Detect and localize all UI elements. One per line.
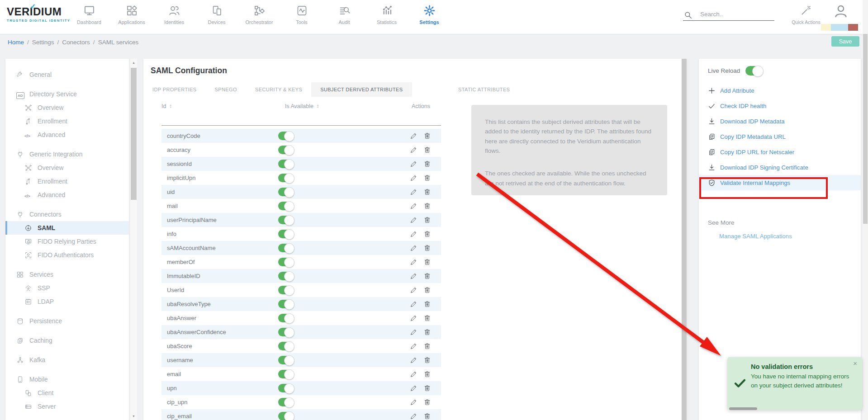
veridium-logo[interactable]: VERIDIUM ✓ TRUSTED DIGITAL IDENTITY [7,5,75,23]
delete-icon[interactable] [423,160,431,168]
delete-icon[interactable] [423,370,431,378]
breadcrumb-item-settings[interactable]: Settings [32,39,54,46]
is-available-toggle[interactable] [278,314,294,322]
scroll-up-icon[interactable]: ▲ [130,61,137,64]
live-reload-toggle[interactable] [745,66,763,76]
delete-icon[interactable] [423,216,431,224]
sidebar-item-server[interactable]: Server [5,400,129,413]
sidebar-item-fido-relying-parties[interactable]: FIDO Relying Parties [5,235,129,248]
edit-icon[interactable] [410,258,417,266]
is-available-toggle[interactable] [278,132,294,140]
sidebar-item-kafka[interactable]: Kafka [5,353,129,367]
is-available-toggle[interactable] [278,216,294,224]
sidebar-item-overview[interactable]: Overview [5,161,129,175]
user-avatar-icon[interactable] [833,4,849,19]
edit-icon[interactable] [410,272,417,280]
is-available-toggle[interactable] [278,244,294,252]
action-validate-internal-mappings[interactable]: Validate Internal Mappings [699,175,861,190]
column-header-is-available[interactable]: Is Available▲▼ [285,103,319,109]
is-available-toggle[interactable] [278,398,294,406]
delete-icon[interactable] [423,384,431,392]
edit-icon[interactable] [410,356,417,364]
nav-item-audit[interactable]: Audit [323,3,365,25]
scrollbar-thumb[interactable] [863,34,868,224]
nav-item-settings[interactable]: Settings [408,3,451,25]
is-available-toggle[interactable] [278,160,294,168]
nav-item-tools[interactable]: Tools [280,3,323,25]
is-available-toggle[interactable] [278,272,294,280]
action-copy-idp-metadata-url[interactable]: Copy IDP Metadata URL [699,129,861,144]
scrollbar-thumb[interactable] [131,68,137,200]
sidebar-item-ldap[interactable]: LDAP [5,295,129,308]
delete-icon[interactable] [423,328,431,336]
sidebar-item-advanced[interactable]: </>Advanced [5,188,129,202]
is-available-toggle[interactable] [278,342,294,350]
is-available-toggle[interactable] [278,300,294,308]
delete-icon[interactable] [423,146,431,154]
edit-icon[interactable] [410,146,417,154]
delete-icon[interactable] [423,300,431,308]
sidebar-item-mobile[interactable]: Mobile [5,373,129,386]
sidebar-scrollbar[interactable]: ▲ ▼ [130,59,137,420]
delete-icon[interactable] [423,188,431,196]
delete-icon[interactable] [423,412,431,420]
action-download-idp-metadata[interactable]: Download IDP Metadata [699,113,861,129]
delete-icon[interactable] [423,398,431,406]
edit-icon[interactable] [410,202,417,210]
tab-subject-derived-attributes[interactable]: SUBJECT DERIVED ATTRIBUTES [311,82,412,97]
delete-icon[interactable] [423,132,431,140]
edit-icon[interactable] [410,398,417,406]
nav-item-orchestrator[interactable]: Orchestrator [238,3,280,25]
tab-static-attributes[interactable]: STATIC ATTRIBUTES [449,82,519,97]
sidebar-item-overview[interactable]: Overview [5,101,129,114]
nav-item-identities[interactable]: Identities [153,3,195,25]
sidebar-item-generic-integration[interactable]: Generic Integration [5,147,129,161]
manage-saml-applications-link[interactable]: Manage SAML Applications [719,233,792,240]
toast-close-icon[interactable]: × [853,359,857,367]
sidebar-item-client[interactable]: Client [5,386,129,400]
action-copy-idp-url-for-netscaler[interactable]: Copy IDP URL for Netscaler [699,144,861,160]
breadcrumb-item-home[interactable]: Home [8,39,24,46]
is-available-toggle[interactable] [278,146,294,154]
is-available-toggle[interactable] [278,202,294,210]
edit-icon[interactable] [410,174,417,182]
edit-icon[interactable] [410,216,417,224]
is-available-toggle[interactable] [278,384,294,392]
is-available-toggle[interactable] [278,188,294,196]
delete-icon[interactable] [423,342,431,350]
is-available-toggle[interactable] [278,230,294,238]
search-input[interactable] [683,10,774,21]
sidebar-item-caching[interactable]: Caching [5,334,129,347]
delete-icon[interactable] [423,202,431,210]
edit-icon[interactable] [410,300,417,308]
edit-icon[interactable] [410,384,417,392]
edit-icon[interactable] [410,230,417,238]
sidebar-item-enrollment[interactable]: Enrollment [5,114,129,128]
sidebar-item-directory-service[interactable]: ADDirectory Service [5,87,129,101]
edit-icon[interactable] [410,314,417,322]
is-available-toggle[interactable] [278,328,294,336]
is-available-toggle[interactable] [278,412,294,420]
edit-icon[interactable] [410,286,417,294]
delete-icon[interactable] [423,286,431,294]
edit-icon[interactable] [410,160,417,168]
save-button[interactable]: Save [831,36,859,47]
nav-item-dashboard[interactable]: Dashboard [68,3,110,25]
tab-security-keys[interactable]: SECURITY & KEYS [246,82,311,97]
delete-icon[interactable] [423,244,431,252]
nav-item-statistics[interactable]: Statistics [365,3,408,25]
delete-icon[interactable] [423,314,431,322]
delete-icon[interactable] [423,272,431,280]
page-scrollbar[interactable] [863,0,868,420]
breadcrumb-item-conectors[interactable]: Conectors [62,39,90,46]
action-add-attribute[interactable]: Add Attribute [699,83,861,98]
action-check-idp-health[interactable]: Check IDP health [699,98,861,113]
tab-spnego[interactable]: SPNEGO [206,82,246,97]
delete-icon[interactable] [423,174,431,182]
edit-icon[interactable] [410,132,417,140]
tab-idp-properties[interactable]: IDP PROPERTIES [143,82,206,97]
scrollbar-thumb[interactable] [682,59,687,420]
is-available-toggle[interactable] [278,174,294,182]
is-available-toggle[interactable] [278,258,294,266]
sidebar-item-ssp[interactable]: SSP [5,281,129,295]
